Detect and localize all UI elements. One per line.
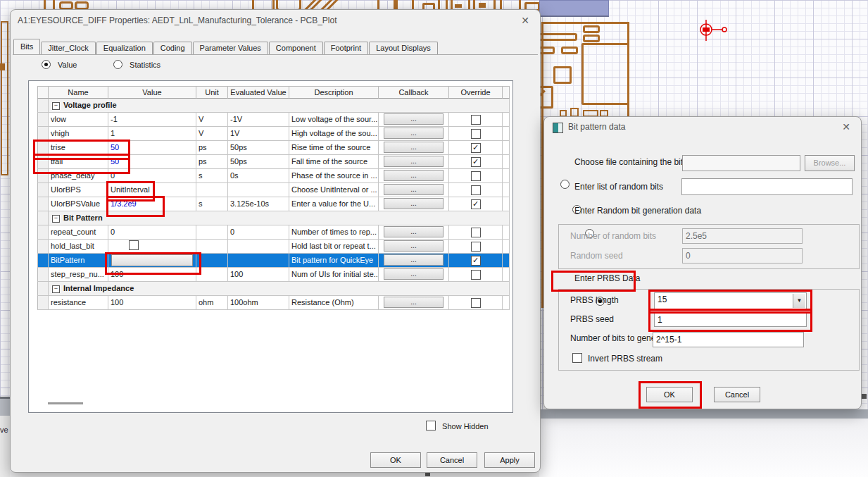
browse-button[interactable]: Browse... xyxy=(805,155,855,171)
param-unit-cell[interactable]: ps xyxy=(196,141,228,155)
callback-button[interactable]: ... xyxy=(384,184,444,195)
bit-pattern-dialog-titlebar[interactable]: Bit pattern data ✕ xyxy=(544,117,861,137)
param-unit-cell[interactable]: V xyxy=(196,113,228,127)
statistics-radio-button[interactable] xyxy=(113,60,122,69)
left-scrollbar-fragment[interactable] xyxy=(0,397,10,418)
override-checkbox[interactable] xyxy=(471,115,481,125)
callback-button[interactable]: ... xyxy=(384,254,444,266)
collapse-icon[interactable]: − xyxy=(52,285,60,293)
override-checkbox[interactable] xyxy=(471,242,481,252)
callback-button[interactable]: ... xyxy=(384,198,444,209)
param-name-cell[interactable]: resistance xyxy=(49,296,108,310)
source-symbol-icon[interactable] xyxy=(697,20,732,41)
show-hidden-checkbox[interactable] xyxy=(426,421,436,430)
ok-button[interactable]: OK xyxy=(370,452,421,468)
param-unit-cell[interactable]: s xyxy=(196,169,228,183)
tab-coding[interactable]: Coding xyxy=(153,42,192,54)
table-row[interactable]: resistance100ohm100ohmResistance (Ohm)..… xyxy=(37,296,510,310)
param-value-cell[interactable] xyxy=(108,240,196,254)
param-unit-cell[interactable] xyxy=(196,225,228,240)
row-selector-cell[interactable] xyxy=(37,99,49,113)
param-override-cell[interactable] xyxy=(449,113,503,127)
row-selector-cell[interactable] xyxy=(37,211,49,225)
apply-button[interactable]: Apply xyxy=(484,452,535,468)
param-unit-cell[interactable] xyxy=(196,183,228,197)
param-name-cell[interactable]: hold_last_bit xyxy=(49,240,108,254)
row-selector-cell[interactable] xyxy=(37,296,49,310)
callback-button[interactable]: ... xyxy=(384,170,444,181)
value-radio[interactable]: Value xyxy=(42,60,77,69)
param-override-cell[interactable] xyxy=(449,240,503,254)
random-bits-input[interactable] xyxy=(681,178,853,195)
collapse-icon[interactable]: − xyxy=(52,102,60,110)
table-row[interactable]: vhigh1V1VHigh voltage of the sou...... xyxy=(37,127,510,141)
cancel-button[interactable]: Cancel xyxy=(427,452,477,468)
param-name-cell[interactable]: BitPattern xyxy=(49,254,108,268)
table-row[interactable]: hold_last_bitHold last bit or repeat t..… xyxy=(37,240,510,254)
param-override-cell[interactable] xyxy=(449,296,503,310)
override-checkbox[interactable] xyxy=(471,228,481,237)
override-checkbox[interactable] xyxy=(471,270,481,280)
callback-button[interactable]: ... xyxy=(384,268,444,280)
override-checkbox[interactable] xyxy=(471,129,481,139)
param-override-cell[interactable]: ✓ xyxy=(449,141,503,155)
param-name-cell[interactable]: vhigh xyxy=(49,127,108,141)
param-override-cell[interactable]: ✓ xyxy=(449,254,503,268)
properties-dialog-titlebar[interactable]: A1:EYESOURCE_DIFF Properties: AEDT_LnL_M… xyxy=(11,10,540,31)
callback-button[interactable]: ... xyxy=(384,142,444,153)
random-seed-input[interactable] xyxy=(682,248,803,264)
row-selector-cell[interactable] xyxy=(37,197,49,211)
param-unit-cell[interactable] xyxy=(196,240,228,254)
param-override-cell[interactable]: ✓ xyxy=(449,155,503,169)
row-selector-cell[interactable] xyxy=(37,240,49,254)
override-checkbox[interactable]: ✓ xyxy=(471,143,481,153)
param-override-cell[interactable]: ✓ xyxy=(449,197,503,211)
param-override-cell[interactable] xyxy=(449,127,503,141)
row-selector-cell[interactable] xyxy=(37,183,49,197)
override-checkbox[interactable] xyxy=(471,171,481,181)
param-name-cell[interactable]: UIorBPSValue xyxy=(49,197,108,211)
param-value-cell[interactable]: 100 xyxy=(108,296,196,310)
param-unit-cell[interactable]: s xyxy=(196,197,228,211)
tab-bits[interactable]: Bits xyxy=(13,39,40,54)
param-override-cell[interactable] xyxy=(449,169,503,183)
row-selector-cell[interactable] xyxy=(37,254,49,268)
bits-to-generate-input[interactable] xyxy=(653,332,804,347)
param-value-cell[interactable]: 1 xyxy=(108,127,196,141)
callback-button[interactable]: ... xyxy=(384,113,444,125)
row-selector-cell[interactable] xyxy=(37,225,49,240)
param-name-cell[interactable]: step_resp_nu... xyxy=(49,268,108,282)
override-checkbox[interactable]: ✓ xyxy=(471,199,481,209)
selection-handle[interactable] xyxy=(862,394,867,399)
param-unit-cell[interactable]: ps xyxy=(196,155,228,169)
choose-file-radio[interactable] xyxy=(560,180,570,189)
number-of-random-bits-input[interactable] xyxy=(682,228,803,244)
tab-parameter-values[interactable]: Parameter Values xyxy=(193,42,268,54)
cancel-button[interactable]: Cancel xyxy=(714,387,760,402)
param-unit-cell[interactable]: ohm xyxy=(196,296,228,310)
close-icon[interactable]: ✕ xyxy=(840,120,853,133)
param-name-cell[interactable]: vlow xyxy=(49,113,108,127)
param-name-cell[interactable]: UIorBPS xyxy=(49,183,108,197)
callback-button[interactable]: ... xyxy=(384,297,444,308)
param-override-cell[interactable] xyxy=(449,268,503,282)
callback-button[interactable]: ... xyxy=(384,226,444,237)
table-row[interactable]: −Voltage profile xyxy=(37,99,510,113)
param-unit-cell[interactable]: V xyxy=(196,127,228,141)
horizontal-scrollbar-thumb[interactable] xyxy=(48,402,83,404)
param-value-cell[interactable]: 0 xyxy=(108,225,196,240)
row-selector-cell[interactable] xyxy=(37,113,49,127)
value-radio-button[interactable] xyxy=(42,60,51,69)
override-checkbox[interactable] xyxy=(471,298,481,308)
param-override-cell[interactable] xyxy=(449,225,503,240)
row-selector-cell[interactable] xyxy=(37,127,49,141)
collapse-icon[interactable]: − xyxy=(52,215,60,223)
table-row[interactable]: vlow-1V-1VLow voltage of the sour...... xyxy=(37,113,510,127)
table-row[interactable]: repeat_count00Number of times to rep....… xyxy=(37,225,510,240)
override-checkbox[interactable]: ✓ xyxy=(471,256,481,266)
row-selector-cell[interactable] xyxy=(37,282,49,296)
override-checkbox[interactable] xyxy=(471,185,481,195)
callback-button[interactable]: ... xyxy=(384,128,444,139)
table-row[interactable]: −Internal Impedance xyxy=(37,282,510,296)
bitlist-file-input[interactable] xyxy=(682,155,800,171)
